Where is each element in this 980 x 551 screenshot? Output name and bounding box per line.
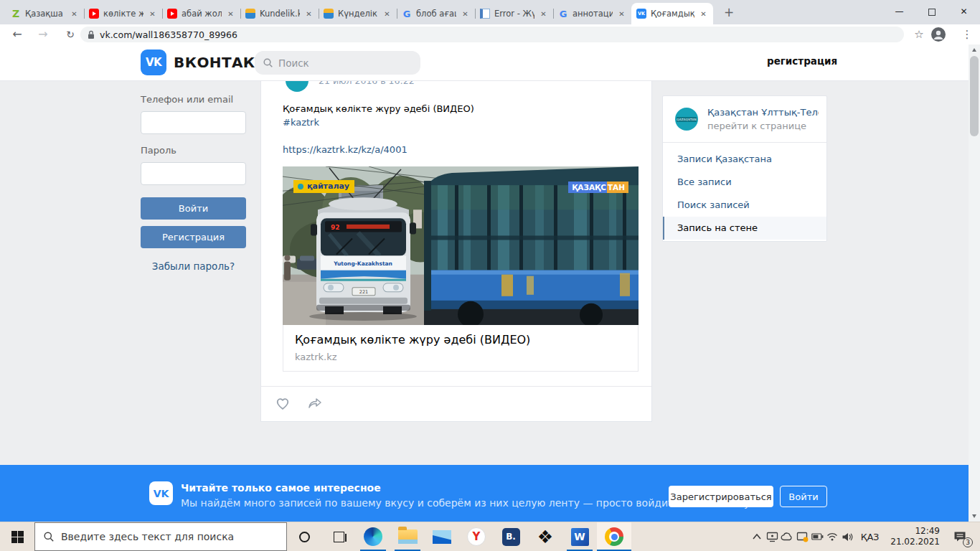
tab-error[interactable]: Error - Жүй ✕: [475, 3, 553, 24]
sidebar-item-all-posts[interactable]: Все записи: [663, 171, 826, 194]
attachment-domain: kaztrk.kz: [295, 352, 337, 362]
scroll-down-arrow[interactable]: [969, 510, 980, 522]
repeat-badge: қайталау: [293, 180, 354, 193]
banner-register-button[interactable]: Зарегистрироваться: [669, 486, 773, 507]
post-divider: [261, 386, 651, 387]
word-icon: W: [571, 528, 589, 546]
task-view-button[interactable]: [321, 522, 356, 551]
post-url-link[interactable]: https://kaztrk.kz/kz/a/4001: [283, 144, 407, 155]
taskbar-search-box[interactable]: Введите здесь текст для поиска: [34, 522, 287, 551]
window-minimize-button[interactable]: —: [883, 0, 915, 23]
tray-wifi-icon[interactable]: [825, 522, 840, 551]
tab-kundelik-1[interactable]: Kundelik.kz ✕: [240, 3, 319, 24]
address-bar[interactable]: vk.com/wall186358770_89966: [80, 27, 904, 42]
taskbar-app-dropbox[interactable]: ❖: [528, 522, 562, 551]
start-button[interactable]: [0, 522, 34, 551]
mail-icon: [433, 530, 451, 544]
browser-menu-icon[interactable]: ⋮: [958, 24, 976, 44]
tab-kundelik-2[interactable]: Күнделік ✕: [319, 3, 397, 24]
tab-close-icon[interactable]: ✕: [699, 10, 708, 18]
tab-google-1[interactable]: G блоб ағаш ✕: [397, 3, 475, 24]
reload-button[interactable]: ↻: [60, 24, 80, 44]
tab-zharar[interactable]: Z Қазақша Ж ✕: [6, 3, 84, 24]
phone-field[interactable]: [141, 111, 246, 134]
svg-text:Yutong-Kazakhstan: Yutong-Kazakhstan: [333, 260, 392, 267]
sidebar-item-wall-post[interactable]: Запись на стене: [663, 217, 826, 240]
tab-youtube-1[interactable]: көлікте жүр ✕: [84, 3, 162, 24]
tray-screen-notify-icon[interactable]: [795, 522, 810, 551]
tray-language-indicator[interactable]: ҚАЗ: [855, 532, 885, 542]
tray-clock[interactable]: 12:49 21.02.2021: [885, 526, 946, 547]
repeat-label: қайталау: [307, 182, 349, 191]
like-button[interactable]: [273, 395, 292, 412]
sidebar-item-post-search[interactable]: Поиск записей: [663, 194, 826, 217]
scrollbar-thumb[interactable]: [970, 56, 979, 136]
taskbar-app-mail[interactable]: [425, 522, 459, 551]
attachment-title-link[interactable]: Қоғамдық көлікте жүру әдебі (ВИДЕО): [295, 333, 530, 347]
group-goto-link[interactable]: перейти к странице: [707, 121, 806, 131]
post-hashtag-link[interactable]: #kaztrk: [283, 116, 319, 129]
tab-close-icon[interactable]: ✕: [461, 10, 470, 18]
action-center-button[interactable]: 3: [946, 522, 974, 551]
taskbar-app-edge[interactable]: [356, 522, 390, 551]
task-view-icon: [334, 532, 344, 542]
tab-vk-active[interactable]: VK Қоғамдық ✕: [631, 3, 713, 24]
video-thumbnail[interactable]: 92 Yutong-Kazakhstan: [283, 166, 639, 325]
google-favicon: G: [558, 9, 568, 19]
banner-login-button[interactable]: Войти: [780, 486, 827, 507]
window-close-button[interactable]: ✕: [948, 0, 980, 23]
tab-title: Kundelik.kz: [260, 9, 300, 19]
password-field[interactable]: [141, 162, 246, 185]
tab-close-icon[interactable]: ✕: [70, 10, 79, 18]
system-tray: ҚАЗ 12:49 21.02.2021 3: [750, 522, 974, 551]
tab-close-icon[interactable]: ✕: [539, 10, 548, 18]
new-tab-button[interactable]: +: [720, 4, 738, 22]
vk-search-input[interactable]: Поиск: [255, 51, 420, 75]
taskbar-app-booking[interactable]: B.: [494, 522, 528, 551]
taskbar-search-placeholder: Введите здесь текст для поиска: [61, 531, 234, 542]
taskbar-app-word[interactable]: W: [562, 522, 597, 551]
tab-youtube-2[interactable]: абай жолы ✕: [162, 3, 240, 24]
tray-battery-icon[interactable]: [810, 522, 825, 551]
tab-close-icon[interactable]: ✕: [226, 10, 235, 18]
tab-title: Күнделік: [338, 9, 378, 19]
taskbar-app-yandex[interactable]: Y: [459, 522, 494, 551]
vk-favicon: VK: [636, 9, 646, 19]
tray-cast-icon[interactable]: [765, 522, 780, 551]
forward-button[interactable]: →: [33, 24, 53, 44]
svg-text:221: 221: [359, 289, 368, 295]
tab-close-icon[interactable]: ✕: [304, 10, 314, 18]
tray-chevron-icon[interactable]: [750, 522, 765, 551]
taskbar-app-chrome[interactable]: [597, 522, 631, 551]
tab-google-2[interactable]: G аннотация ✕: [553, 3, 631, 24]
login-button[interactable]: Войти: [141, 197, 246, 220]
group-name-link[interactable]: Қазақстан Ұлттық-Телеа...: [707, 107, 819, 118]
yandex-icon: Y: [467, 527, 486, 546]
profile-avatar-icon[interactable]: [931, 27, 946, 44]
post-author-avatar[interactable]: [286, 81, 308, 92]
forgot-password-link[interactable]: Забыли пароль?: [141, 260, 246, 272]
share-button[interactable]: [306, 395, 324, 412]
tab-close-icon[interactable]: ✕: [148, 10, 157, 18]
group-avatar[interactable]: QAZAQSTAN: [675, 108, 698, 131]
window-maximize-button[interactable]: [915, 0, 948, 23]
bookmark-star-icon[interactable]: ☆: [910, 24, 928, 44]
header-registration-link[interactable]: регистрация: [767, 55, 837, 67]
cortana-button[interactable]: [287, 522, 321, 551]
play-icon: [93, 11, 96, 16]
post-date[interactable]: 21 июл 2016 в 16:22: [319, 81, 415, 86]
lock-icon: [88, 30, 95, 39]
svg-text:92: 92: [331, 224, 340, 231]
tray-volume-icon[interactable]: [840, 522, 855, 551]
google-favicon: G: [402, 9, 412, 19]
chrome-icon: [605, 527, 623, 546]
sidebar-item-kazakhstan-posts[interactable]: Записи Қазақстана: [663, 148, 826, 171]
back-button[interactable]: ←: [7, 24, 27, 44]
notification-count-badge: 3: [963, 537, 973, 547]
scroll-up-arrow[interactable]: [969, 44, 980, 56]
taskbar-app-explorer[interactable]: [390, 522, 425, 551]
tab-close-icon[interactable]: ✕: [382, 10, 392, 18]
tab-close-icon[interactable]: ✕: [617, 10, 626, 18]
registration-button[interactable]: Регистрация: [141, 226, 246, 248]
tray-onedrive-icon[interactable]: [780, 522, 795, 551]
